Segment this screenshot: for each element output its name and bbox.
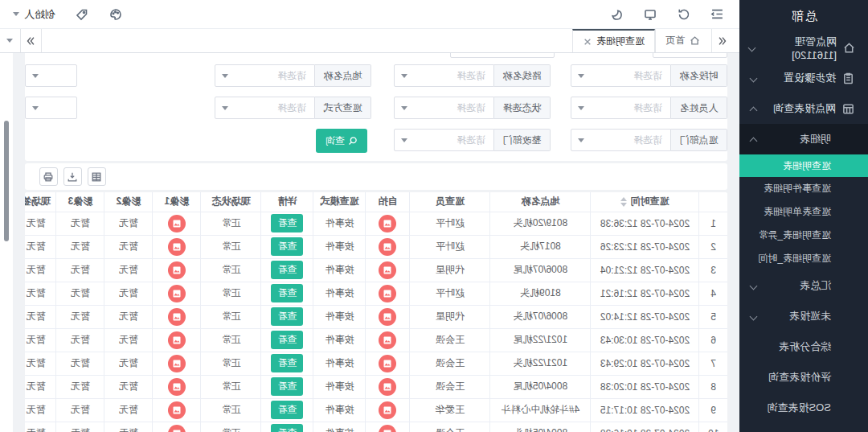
sidebar-item-patrol-event-detail[interactable]: 巡查事件明细表 — [739, 177, 868, 200]
view-detail-button[interactable]: 查看 — [272, 284, 304, 302]
sidebar-item-sos-report[interactable]: SOS报表查询 — [739, 393, 868, 423]
tab-patrol-detail-table[interactable]: 巡查明细表 — [572, 29, 655, 52]
clipped-input[interactable] — [450, 53, 555, 58]
cell-selfie — [366, 235, 410, 258]
view-detail-button[interactable]: 查看 — [272, 424, 304, 432]
image1-photo-badge[interactable] — [168, 308, 186, 326]
sidebar-item-patrol-detail-table[interactable]: 巡查明细表 — [739, 154, 868, 177]
photo-icon — [172, 429, 182, 432]
patrol-method-select[interactable]: 请选择 — [215, 97, 315, 119]
sidebar-item-comprehensive-analysis[interactable]: 综合分析表 — [739, 331, 868, 362]
print-icon[interactable] — [39, 167, 58, 186]
col-header-location: 地点名称 — [490, 192, 591, 212]
monitor-icon[interactable] — [643, 7, 657, 22]
selfie-photo-badge[interactable] — [379, 261, 397, 279]
photo-icon — [172, 265, 182, 275]
image1-photo-badge[interactable] — [168, 261, 186, 279]
photo-icon — [383, 382, 393, 392]
extra-select[interactable] — [25, 97, 77, 119]
tab-home[interactable]: 首页 — [655, 29, 712, 52]
image1-photo-badge[interactable] — [168, 378, 186, 396]
refresh-icon[interactable] — [677, 7, 691, 22]
cell-img1 — [153, 258, 201, 282]
cell-status: 正常 — [201, 282, 261, 305]
view-detail-button[interactable]: 查看 — [272, 261, 304, 279]
view-detail-button[interactable]: 查看 — [272, 377, 304, 396]
cell-img1 — [153, 212, 201, 235]
sidebar-item-step-setup[interactable]: 按步骤设置 — [739, 63, 868, 93]
patrol-dept-select[interactable]: 请选择 — [571, 129, 671, 151]
sidebar-item-evaluation-report[interactable]: 评价报表查询 — [739, 362, 868, 393]
selfie-photo-badge[interactable] — [379, 355, 397, 372]
image1-photo-badge[interactable] — [168, 238, 186, 256]
sidebar-item-patrol-detail-abnormal[interactable]: 巡查明细表_异常 — [739, 224, 868, 247]
selfie-photo-badge[interactable] — [379, 238, 397, 256]
chevron-down-icon — [401, 106, 407, 110]
image1-photo-badge[interactable] — [168, 355, 186, 372]
tabs-scroll-right-icon[interactable] — [21, 29, 42, 52]
scrollbar-track[interactable] — [0, 53, 13, 432]
photo-icon — [172, 312, 182, 322]
route-name-select[interactable]: 请选择 — [394, 64, 494, 87]
selfie-photo-badge[interactable] — [379, 285, 397, 302]
search-button[interactable]: 查询 — [316, 129, 367, 153]
image1-photo-badge[interactable] — [168, 215, 186, 232]
cell-mode: 按事件 — [313, 352, 366, 375]
personnel-name-select[interactable]: 请选择 — [571, 97, 671, 119]
sidebar-item-site-reports[interactable]: 网点报表查询 — [739, 93, 868, 124]
user-menu[interactable]: 创始人 — [13, 7, 55, 22]
sidebar-item-patrol-form-detail[interactable]: 巡查表单明细表 — [739, 200, 868, 224]
tabs-menu-icon[interactable] — [0, 29, 21, 52]
selfie-photo-badge[interactable] — [379, 401, 397, 419]
sidebar-item-detail-tables[interactable]: 明细表 — [739, 124, 868, 154]
photo-icon — [383, 429, 393, 432]
close-icon[interactable] — [583, 37, 592, 47]
sort-icon[interactable] — [621, 197, 628, 207]
image1-photo-badge[interactable] — [168, 401, 186, 419]
view-detail-button[interactable]: 查看 — [272, 214, 304, 232]
image1-photo-badge[interactable] — [168, 331, 186, 349]
sidebar-item-patrol-detail-time[interactable]: 巡查明细表_时间 — [739, 247, 868, 270]
selfie-photo-badge[interactable] — [379, 308, 397, 326]
cell-selfie — [366, 398, 410, 422]
view-detail-button[interactable]: 查看 — [272, 401, 304, 419]
export-icon[interactable] — [63, 167, 82, 186]
sidebar-item-label: 巡查事件明细表 — [764, 182, 831, 195]
chevron-down-icon — [222, 74, 228, 78]
time-period-select[interactable]: 请选择 — [571, 64, 671, 87]
view-detail-button[interactable]: 查看 — [272, 331, 304, 349]
sidebar-menu: 网点管理 [1161120] 按步骤设置 网点报表查询 明细表 巡查明细表 — [739, 32, 868, 432]
sidebar-item-unpatrolled-report[interactable]: 未巡报表 — [739, 301, 868, 331]
table-row: 22024-07-28 12:23:268017机头赵叶平 按事件 查看 正常 … — [25, 235, 727, 258]
sidebar-item-site-management[interactable]: 网点管理 [1161120] — [739, 32, 868, 63]
rectify-dept-select[interactable]: 请选择 — [394, 129, 494, 151]
clipped-input[interactable] — [653, 53, 727, 58]
photo-icon — [383, 359, 393, 368]
palette-icon[interactable] — [108, 7, 123, 22]
view-detail-button[interactable]: 查看 — [272, 307, 304, 326]
selfie-photo-badge[interactable] — [379, 331, 397, 349]
scrollbar-thumb[interactable] — [4, 121, 9, 241]
image1-photo-badge[interactable] — [168, 285, 186, 302]
sidebar-item-summary-table[interactable]: 汇总表 — [739, 270, 868, 301]
extra-select[interactable] — [25, 64, 77, 87]
sidebar-item-inspection-management[interactable]: 巡检管理 — [739, 423, 868, 432]
col-header-mode: 巡查模式 — [313, 192, 366, 212]
cell-img3: 暂无 — [56, 352, 104, 375]
cell-seq: 9 — [699, 398, 727, 422]
moon-icon[interactable] — [609, 7, 624, 22]
status-select[interactable]: 请选择 — [394, 97, 494, 119]
view-detail-button[interactable]: 查看 — [272, 354, 304, 372]
column-settings-icon[interactable] — [88, 167, 106, 186]
selfie-photo-badge[interactable] — [379, 378, 397, 396]
tabs-scroll-left-icon[interactable] — [712, 29, 733, 52]
selfie-photo-badge[interactable] — [379, 425, 397, 432]
tag-icon[interactable] — [75, 7, 89, 22]
col-header-time[interactable]: 巡查时间 — [591, 192, 699, 212]
selfie-photo-badge[interactable] — [379, 215, 397, 232]
location-name-select[interactable]: 请选择 — [215, 64, 315, 87]
view-detail-button[interactable]: 查看 — [272, 237, 304, 256]
sidebar-item-label: 汇总表 — [800, 278, 831, 293]
collapse-menu-icon[interactable] — [710, 7, 725, 22]
image1-photo-badge[interactable] — [168, 425, 186, 432]
